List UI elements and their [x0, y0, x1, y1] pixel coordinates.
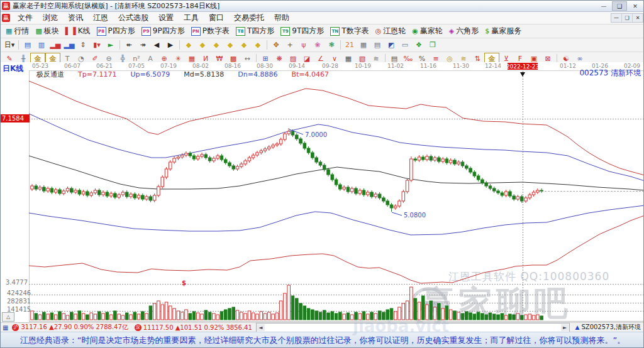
- 9t-square-icon: T9: [280, 27, 290, 36]
- shenzhen-index-quote: 11117.50 ▲101.51 0.92% 3856.41: [143, 324, 252, 331]
- price-axis-tag: 7.1584: [1, 114, 30, 122]
- toolbar-button-9p-square[interactable]: P99P四方形: [138, 26, 188, 37]
- legend-item-2: Md=5.8138: [184, 70, 224, 79]
- mail-icon[interactable]: ❒: [426, 40, 440, 50]
- toolbar-button-winner-service[interactable]: $赢家服务: [482, 26, 525, 37]
- winner-wheel-label: 赢家轮: [420, 26, 443, 36]
- menu-item-formula-stock-pick[interactable]: 公式选股: [113, 13, 153, 23]
- crosshair-icon[interactable]: +: [283, 40, 297, 50]
- main-toolbar: ▦行情▩板块▌▐K线P8P四方形P99P四方形PNP数字表T8T四方形T99T四…: [1, 24, 643, 38]
- mdi-minimize-button[interactable]: —: [611, 14, 621, 22]
- menu-item-tools[interactable]: 工具: [179, 13, 204, 23]
- flower-tool-icon[interactable]: ❀: [311, 40, 325, 50]
- menu-item-help[interactable]: 帮助: [269, 13, 294, 23]
- expand-pane-button[interactable]: △: [2, 312, 14, 322]
- printer-icon[interactable]: ▭: [398, 40, 412, 50]
- status-bar: ▦ 沪 3117.16 ▲27.90 0.90% 2788.47亿 深 1111…: [1, 322, 644, 332]
- t-number-table-label: T数字表: [341, 26, 369, 36]
- legend-item-1: Up=6.5079: [130, 70, 170, 79]
- mdi-restore-button[interactable]: ❑: [621, 14, 632, 22]
- toolbar-button-p-square[interactable]: P8P四方形: [94, 26, 138, 37]
- toolbar-button-winner-wheel[interactable]: ◉赢家轮: [409, 26, 446, 37]
- horizontal-scrollbar[interactable]: ◄ ►: [256, 323, 570, 332]
- toolbar-button-sectors[interactable]: ▩板块: [32, 26, 62, 37]
- minimize-button[interactable]: —: [597, 2, 611, 10]
- scroll-right-button[interactable]: ►: [561, 324, 569, 331]
- svg-text:06-21: 06-21: [96, 63, 113, 69]
- toolbar-button-gann-wheel[interactable]: ◎江恩轮: [372, 26, 409, 37]
- menu-item-browse[interactable]: 浏览: [38, 13, 63, 23]
- first-bar-icon[interactable]: ↞: [122, 40, 136, 50]
- blue-bars-icon[interactable]: ▂▅: [62, 40, 76, 50]
- menu-item-file[interactable]: 文件: [13, 13, 38, 23]
- flag-icon[interactable]: ►: [104, 40, 118, 50]
- p-square-icon: P8: [97, 27, 106, 36]
- toolbar-button-quotes[interactable]: ▦行情: [3, 26, 32, 37]
- diamond-expand-icon[interactable]: ◆: [223, 40, 237, 50]
- scroll-left-button[interactable]: ◄: [257, 324, 265, 331]
- svg-text:09-14: 09-14: [289, 63, 305, 69]
- calculator-icon[interactable]: ▦: [357, 40, 370, 50]
- toolbar-button-9t-square[interactable]: T99T四方形: [277, 26, 327, 37]
- prev-bar-icon[interactable]: ◀: [150, 40, 164, 50]
- menu-item-window[interactable]: 窗口: [204, 13, 229, 23]
- volume-tick-label: 424246: [7, 290, 31, 296]
- title-bar: 赢 赢家老子时空周期系统[纵横版] - [清新环境 SZ002573-184日K…: [1, 1, 643, 12]
- svg-text:11-02: 11-02: [387, 63, 404, 69]
- menu-item-trade[interactable]: 交易委托: [229, 13, 269, 23]
- dollar-level-label: 3.4777: [6, 279, 28, 286]
- chart-window-icon[interactable]: ▤: [21, 40, 35, 50]
- quote-grid-icon[interactable]: ▦: [3, 324, 8, 331]
- tb2-separator: [119, 40, 120, 50]
- stock-code-label: 002573 清新环境: [579, 68, 641, 79]
- svg-text:07-05: 07-05: [128, 63, 145, 69]
- tb2-separator: [18, 40, 19, 50]
- hand-tool-icon[interactable]: ✥: [269, 40, 283, 50]
- hexagon-label: 六角形: [456, 26, 479, 36]
- next-bar-icon[interactable]: ▶: [164, 40, 177, 50]
- save-icon[interactable]: ◩: [384, 40, 398, 50]
- diamond-h-icon[interactable]: ◆: [209, 40, 223, 50]
- svg-text:07-19: 07-19: [160, 63, 177, 69]
- export-icon[interactable]: ❖: [412, 40, 426, 50]
- chart-grid-icon[interactable]: ▥: [35, 40, 48, 50]
- svg-text:11-30: 11-30: [453, 63, 469, 69]
- menu-item-gann[interactable]: 江恩: [88, 13, 113, 23]
- toolbar-button-t-square[interactable]: T8T四方形: [233, 26, 277, 37]
- diamond-vexpand-icon[interactable]: ◆: [251, 40, 265, 50]
- svg-text:5.0800: 5.0800: [404, 212, 426, 219]
- candle-style-dropdown[interactable]: ▮▾: [90, 40, 104, 50]
- menu-items: 文件浏览资讯江恩公式选股设置工具窗口交易委托帮助: [13, 13, 294, 23]
- calendar-21-icon[interactable]: 21: [343, 40, 357, 50]
- channel-line-up: [29, 114, 644, 181]
- chart-area: 江恩工具软件 QQ:100800360 财赢 赢家聊吧 05-2306-0706…: [1, 62, 644, 322]
- diamond-right-icon[interactable]: ◆: [196, 40, 209, 50]
- period-day-dropdown[interactable]: 日▾: [3, 40, 16, 50]
- gann-wheel-label: 江恩轮: [383, 26, 406, 36]
- navigation-toolbar: 日▾▤▥▂▅▂▅⇕▮▾►↞↠◀▶◆◆◆◆◆◆✥+ψ❀❃21▦▤◩▭❖❒: [1, 38, 643, 52]
- mdi-close-button[interactable]: ✕: [632, 14, 643, 22]
- pane-label: 日K线: [3, 63, 23, 74]
- toolbar-button-hexagon[interactable]: ◈六角形: [446, 26, 482, 37]
- close-button[interactable]: ✕: [628, 2, 642, 10]
- tb2-separator: [267, 40, 267, 50]
- t-square-icon: T8: [236, 27, 245, 36]
- toolbar-button-p-number-table[interactable]: PNP数字表: [188, 26, 233, 37]
- restore-button[interactable]: ❑: [612, 1, 627, 11]
- red-bars-icon[interactable]: ▂▅: [48, 40, 62, 50]
- svg-text:01-12: 01-12: [560, 63, 576, 69]
- curve-tool-icon[interactable]: ψ: [297, 40, 311, 50]
- updown-arrow-icon[interactable]: ⇕: [76, 40, 90, 50]
- toolbar-button-t-number-table[interactable]: TNT数字表: [327, 26, 372, 37]
- gann-quote-text: 江恩经典语录：“时间是决定市场走势的重要因素，经过详细研究大市及个别股票的过往记…: [20, 335, 625, 346]
- menu-item-settings[interactable]: 设置: [153, 13, 179, 23]
- menu-item-news[interactable]: 资讯: [63, 13, 88, 23]
- leaf-tool-icon[interactable]: ❃: [325, 40, 338, 50]
- diamond-v-icon[interactable]: ◆: [237, 40, 251, 50]
- last-bar-icon[interactable]: ↠: [136, 40, 150, 50]
- toolbar-button-kline[interactable]: ▌▐K线: [62, 26, 94, 37]
- diamond-left-icon[interactable]: ◆: [182, 40, 196, 50]
- svg-text:06-07: 06-07: [64, 63, 80, 69]
- notebook-icon[interactable]: ▤: [370, 40, 384, 50]
- kline-chart-canvas[interactable]: 05-2306-0706-2107-0507-1908-0208-1608-30…: [29, 62, 644, 322]
